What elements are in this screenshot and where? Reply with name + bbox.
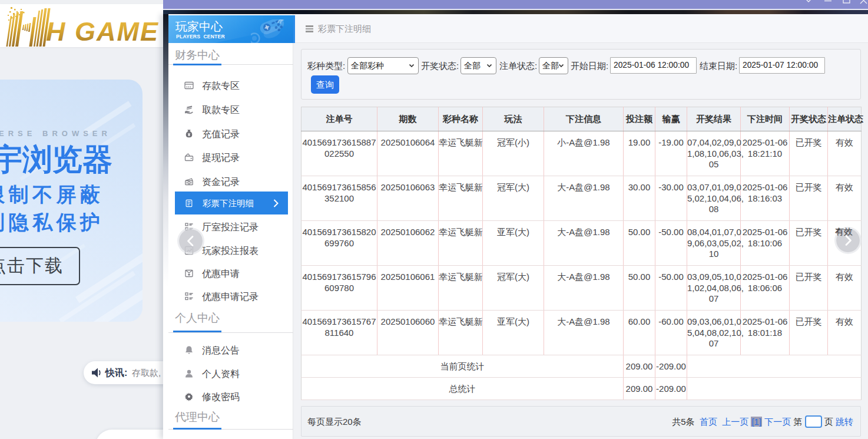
svg-text:H GAME: H GAME (46, 16, 159, 47)
